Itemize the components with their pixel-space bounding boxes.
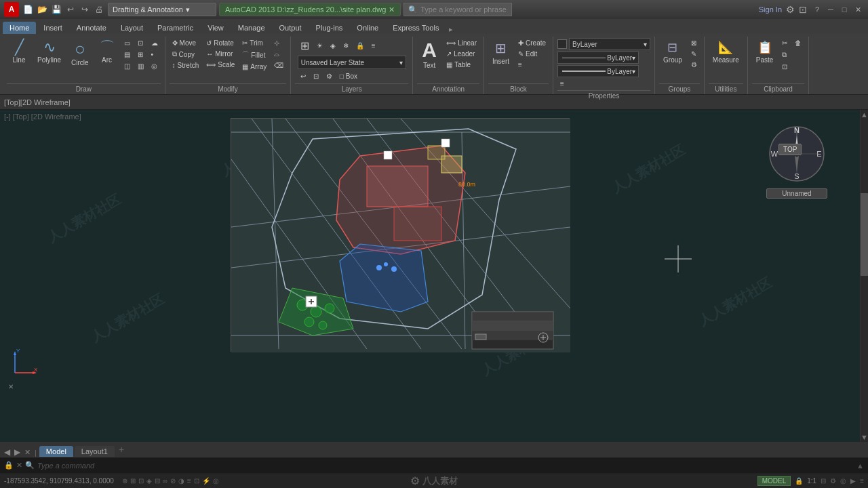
layer-freeze-button[interactable]: ❄ xyxy=(340,41,351,51)
help-button[interactable]: ? xyxy=(811,3,823,16)
gradient-button[interactable]: ◫ xyxy=(121,61,133,71)
group-button[interactable]: ⊟ Group xyxy=(659,38,686,66)
status-otrack-icon[interactable]: ∞ xyxy=(163,477,167,485)
workspace-selector[interactable]: Drafting & Annotation ▾ xyxy=(108,3,216,16)
insert-button[interactable]: ⊞ Insert xyxy=(488,38,513,67)
layer-settings-button[interactable]: ⚙ xyxy=(323,71,335,81)
text-button[interactable]: A Text xyxy=(417,38,441,71)
isolate-objects-icon[interactable]: ◎ xyxy=(840,477,846,485)
rotate-button[interactable]: ↺ Rotate xyxy=(203,38,237,48)
file-close[interactable]: ✕ xyxy=(389,5,395,14)
paste-special-button[interactable]: ⊡ xyxy=(779,62,790,72)
group-settings-button[interactable]: ⚙ xyxy=(688,60,700,70)
workspace-switch-icon[interactable]: ⚙ xyxy=(830,477,836,485)
paste-button[interactable]: 📋 Paste xyxy=(752,38,778,66)
layer-lock-button[interactable]: 🔒 xyxy=(353,41,367,51)
status-dyn-icon[interactable]: ◑ xyxy=(178,477,184,485)
tab-online[interactable]: Online xyxy=(350,22,385,34)
maximize-button[interactable]: □ xyxy=(838,3,850,16)
scale-button[interactable]: ⟺ Scale xyxy=(203,60,237,70)
linear-button[interactable]: ⟺ Linear xyxy=(443,38,479,48)
annotation-scale-icon[interactable]: ⊟ xyxy=(821,477,826,485)
lineweight-selector[interactable]: ByLayer ▾ xyxy=(557,65,639,77)
tab-parametric[interactable]: Parametric xyxy=(151,22,200,34)
search-box[interactable]: 🔍 Type a keyword or phrase xyxy=(403,3,512,16)
tab-annotate[interactable]: Annotate xyxy=(70,22,113,34)
cmd-up-arrow[interactable]: ▲ xyxy=(856,462,864,470)
title-icon-2[interactable]: ⊡ xyxy=(799,4,807,15)
undo-icon[interactable]: ↩ xyxy=(64,3,77,16)
trim-button[interactable]: ✂ Trim xyxy=(239,38,269,48)
layer-match-button[interactable]: ≡ xyxy=(369,41,378,51)
hardware-accel-icon[interactable]: ▶ xyxy=(850,477,856,485)
layer-box-button[interactable]: □ ABox xyxy=(337,71,360,81)
circle-button[interactable]: ○ Circle xyxy=(67,38,93,68)
layer-on-button[interactable]: ☀ xyxy=(314,41,326,51)
boundary-button[interactable]: ⊡ xyxy=(135,38,146,48)
array-button[interactable]: ▦ Array xyxy=(239,62,269,72)
point-button[interactable]: • xyxy=(149,49,161,60)
layer-previous-button[interactable]: ↩ xyxy=(298,71,309,81)
print-icon[interactable]: 🖨 xyxy=(93,3,105,16)
tab-output[interactable]: Output xyxy=(273,22,309,34)
status-ortho-icon[interactable]: ⊡ xyxy=(138,477,144,485)
ribbon-overflow[interactable]: ▸ xyxy=(449,25,453,34)
model-tab[interactable]: Model xyxy=(39,446,73,457)
open-icon[interactable]: 📂 xyxy=(36,3,48,16)
status-osnap-icon[interactable]: ⊟ xyxy=(155,477,160,485)
status-lweight-icon[interactable]: ≡ xyxy=(187,477,191,485)
ungroup-button[interactable]: ⊠ xyxy=(688,38,700,48)
status-grid-icon[interactable]: ⊞ xyxy=(130,477,136,485)
status-qp-icon[interactable]: ⚡ xyxy=(202,477,210,485)
title-icon-1[interactable]: ⚙ xyxy=(786,4,795,15)
cloud-button[interactable]: ☁ xyxy=(149,38,161,48)
drawing-frame[interactable]: 80.0m xyxy=(231,118,570,352)
arc-button[interactable]: ⌒ Arc xyxy=(95,38,119,66)
color-selector[interactable]: ByLayer ▾ xyxy=(569,38,650,50)
scrollbar-right[interactable]: ▲ ▼ xyxy=(860,110,868,442)
mirror-button[interactable]: ↔ Mirror xyxy=(203,49,237,59)
new-icon[interactable]: 📄 xyxy=(22,3,34,16)
fillet-button[interactable]: ⌒ Fillet xyxy=(239,49,269,61)
layer-properties-button[interactable]: ⊞ xyxy=(298,38,312,54)
close-button[interactable]: ✕ xyxy=(852,3,864,16)
command-input-area[interactable]: Type a command xyxy=(37,462,854,470)
line-button[interactable]: ╱ Line xyxy=(7,38,31,66)
cmd-close-icon[interactable]: ✕ xyxy=(16,461,22,470)
layer-selector[interactable]: Unsaved Layer State ▾ xyxy=(298,56,406,69)
leader-button[interactable]: ↗ Leader xyxy=(443,49,479,59)
attdef-button[interactable]: ≡ xyxy=(515,60,549,70)
ucs-cross[interactable]: ✕ xyxy=(8,383,14,390)
rect-button[interactable]: ▭ xyxy=(121,38,133,48)
tab-plugins[interactable]: Plug-ins xyxy=(309,22,350,34)
sign-in-button[interactable]: Sign In xyxy=(759,5,782,14)
polyline-button[interactable]: ∿ Polyline xyxy=(33,38,65,66)
match-properties-button[interactable]: ≡ xyxy=(557,79,567,89)
donut-button[interactable]: ◎ xyxy=(149,61,161,71)
region-button[interactable]: ⊞ xyxy=(135,49,146,60)
chamfer-button[interactable]: ⌓ xyxy=(271,49,286,60)
save-icon[interactable]: 💾 xyxy=(50,3,62,16)
linetype-selector[interactable]: ByLayer ▾ xyxy=(557,52,639,64)
viewport-scale[interactable]: 1:1 xyxy=(807,477,816,485)
create-button[interactable]: ✚ Create xyxy=(515,38,549,48)
layer-2d-button[interactable]: ⊡ xyxy=(311,71,321,81)
copy-clipboard-button[interactable]: ⧉ xyxy=(779,49,790,60)
drawing-lock-icon[interactable]: 🔒 xyxy=(795,477,803,485)
group-edit-button[interactable]: ✎ xyxy=(688,49,700,59)
tab-nav-next[interactable]: ▶ xyxy=(13,447,22,457)
wipeout-button[interactable]: ▥ xyxy=(135,61,146,71)
tab-view[interactable]: View xyxy=(201,22,231,34)
layout1-tab[interactable]: Layout1 xyxy=(75,446,115,457)
tab-manage[interactable]: Manage xyxy=(231,22,272,34)
status-snap-icon[interactable]: ⊕ xyxy=(122,477,127,485)
scroll-up-button[interactable]: ▲ xyxy=(861,110,868,119)
scroll-down-button[interactable]: ▼ xyxy=(861,432,868,442)
stretch-button[interactable]: ↕ Stretch xyxy=(170,60,202,70)
status-tpress-icon[interactable]: ⊡ xyxy=(194,477,199,485)
tab-express-tools[interactable]: Express Tools xyxy=(386,22,446,34)
view-top-badge[interactable]: TOP xyxy=(778,144,802,155)
hatch-button[interactable]: ▤ xyxy=(121,49,133,60)
model-status-button[interactable]: MODEL xyxy=(757,476,791,486)
minimize-button[interactable]: ─ xyxy=(825,3,837,16)
